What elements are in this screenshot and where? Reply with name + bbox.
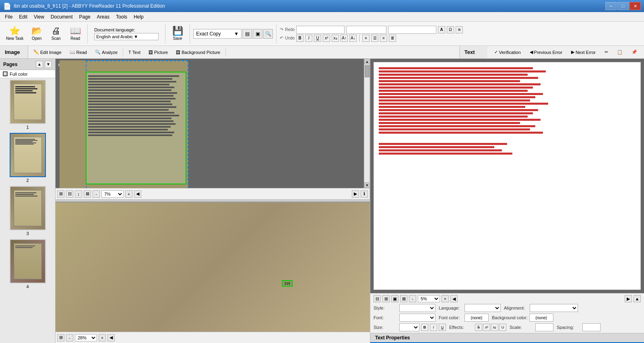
text-superscript-btn[interactable]: x² xyxy=(323,35,330,42)
zoom-in-btn[interactable]: + xyxy=(125,190,132,198)
scroll-thumb[interactable] xyxy=(365,65,369,77)
image-scroll-area[interactable]: ⊕ ■ xyxy=(56,59,369,188)
alignment-dropdown[interactable] xyxy=(530,304,578,312)
text-view-btn2[interactable]: ▣ xyxy=(391,295,398,302)
info-btn[interactable]: ℹ xyxy=(361,190,368,198)
underline-btn[interactable]: U xyxy=(439,324,446,331)
view-icon-2[interactable]: ▣ xyxy=(253,29,262,39)
underline2-btn[interactable]: U xyxy=(499,324,506,331)
read-tab[interactable]: 📖 Read xyxy=(66,47,91,58)
copy-button[interactable]: 📋 xyxy=(613,48,626,57)
subscript-btn[interactable]: x₂ xyxy=(491,324,498,331)
font-bold-btn[interactable]: A xyxy=(438,26,445,33)
new-task-button[interactable]: ⭐ New Task xyxy=(3,23,26,44)
align-right-btn[interactable]: ≡ xyxy=(380,35,387,42)
text-zoom-in-btn[interactable]: + xyxy=(442,295,449,302)
page-thumb-4[interactable]: 4 xyxy=(2,239,54,289)
bold-btn[interactable]: B xyxy=(421,324,428,331)
text-zoom-select[interactable]: 5% 25% 50% 100% xyxy=(418,295,440,302)
align-center-btn[interactable]: ☰ xyxy=(371,35,378,42)
fit-height-btn[interactable]: ↕ xyxy=(75,190,82,198)
page-thumb-1[interactable]: 1 xyxy=(2,80,54,130)
scan-button[interactable]: 🖨 Scan xyxy=(47,23,65,44)
color-select-row[interactable]: 🔲 Full color xyxy=(0,70,55,78)
menu-item-page[interactable]: Page xyxy=(76,13,94,21)
bottom-zoom-in-btn[interactable]: + xyxy=(99,334,106,341)
size-dropdown[interactable] xyxy=(399,323,419,331)
text-smaller-btn[interactable]: A↓ xyxy=(349,35,357,42)
language-dropdown[interactable] xyxy=(464,304,501,312)
zoom-out-btn[interactable]: - xyxy=(93,190,100,198)
paste-button[interactable]: 📌 xyxy=(628,48,641,57)
font-dropdown[interactable] xyxy=(399,314,436,322)
menu-item-areas[interactable]: Areas xyxy=(94,13,113,21)
page-thumb-3[interactable]: 3 xyxy=(2,186,54,236)
bottom-zoom-out-btn[interactable]: - xyxy=(66,334,73,341)
font-color-swatch[interactable]: (none) xyxy=(464,314,489,322)
style-dropdown[interactable] xyxy=(399,304,436,312)
next-error-button[interactable]: ▶ Next Error xyxy=(568,48,599,57)
redo-dropdown3[interactable] xyxy=(388,26,436,34)
verification-button[interactable]: ✓ Verification xyxy=(491,48,524,57)
pages-nav-up[interactable]: ▲ xyxy=(36,61,43,68)
image-scrollbar-right[interactable]: ▲ ▼ xyxy=(364,59,369,188)
text-view-btn3[interactable]: ⊠ xyxy=(400,295,407,302)
text-bigger-btn[interactable]: A↑ xyxy=(341,35,348,42)
picture-tab[interactable]: 🖼 Picture xyxy=(145,47,171,58)
redo-dropdown2[interactable] xyxy=(346,26,386,34)
scroll-right-btn[interactable]: ▶ xyxy=(352,190,359,198)
text-tab[interactable]: T Text xyxy=(125,47,144,58)
exact-copy-dropdown[interactable]: Exact Copy ▼ xyxy=(193,29,242,39)
minimize-button[interactable]: ─ xyxy=(605,2,617,10)
prev-error-button[interactable]: ◀ Previous Error xyxy=(526,48,566,57)
close-button[interactable]: ✕ xyxy=(630,2,641,10)
italic-btn[interactable]: I xyxy=(430,324,437,331)
font-omega-btn[interactable]: Ω xyxy=(447,26,454,33)
open-button[interactable]: 📂 Open xyxy=(28,23,45,44)
maximize-button[interactable]: □ xyxy=(617,2,629,10)
bottom-zoom-select[interactable]: 28% 50% 100% xyxy=(75,334,97,341)
menu-item-file[interactable]: File xyxy=(2,13,16,21)
read-button[interactable]: 📖 Read xyxy=(66,23,84,44)
bottom-scroll-left-btn[interactable]: ◀ xyxy=(107,334,115,341)
align-justify-btn[interactable]: ≣ xyxy=(389,35,396,42)
doc-lang-dropdown[interactable]: English and Arabic ▼ xyxy=(94,33,159,40)
save-button[interactable]: 💾 Save xyxy=(169,23,186,44)
fit-split-btn[interactable]: ⊠ xyxy=(84,190,91,198)
analyze-tab[interactable]: 🔍 Analyze xyxy=(91,47,121,58)
view-icon-1[interactable]: ▤ xyxy=(242,29,252,39)
fit-page-btn[interactable]: ⊞ xyxy=(57,190,64,198)
edit-image-tab[interactable]: ✏️ Edit Image xyxy=(30,47,65,58)
text-underline-btn[interactable]: U xyxy=(314,35,321,42)
text-view-btn1[interactable]: ⊞ xyxy=(382,295,390,302)
scroll-left-btn[interactable]: ◀ xyxy=(134,190,141,198)
text-zoom-out-btn[interactable]: - xyxy=(409,295,416,302)
menu-item-help[interactable]: Help xyxy=(130,13,147,21)
menu-item-edit[interactable]: Edit xyxy=(16,13,31,21)
pages-nav-down[interactable]: ▼ xyxy=(45,61,52,68)
menu-item-tools[interactable]: Tools xyxy=(113,13,130,21)
align-left-btn[interactable]: ≡ xyxy=(362,35,369,42)
zoom-select[interactable]: 7% 14% 25% 50% 100% xyxy=(101,190,124,198)
text-subscript-btn[interactable]: x₂ xyxy=(332,35,339,42)
spacing-input[interactable] xyxy=(582,323,601,331)
text-scroll-left-btn[interactable]: ◀ xyxy=(450,295,458,302)
menu-item-view[interactable]: View xyxy=(31,13,47,21)
strikethrough-btn[interactable]: S̶ xyxy=(475,324,482,331)
menu-item-document[interactable]: Document xyxy=(47,13,76,21)
text-properties-tab[interactable]: Text Properties xyxy=(370,333,644,343)
scale-input[interactable] xyxy=(535,323,553,331)
superscript-btn[interactable]: x² xyxy=(483,324,490,331)
text-expand-btn[interactable]: ▲ xyxy=(634,295,641,302)
text-scroll-right-btn[interactable]: ▶ xyxy=(625,295,632,302)
view-icon-3[interactable]: 🔍 xyxy=(263,29,273,39)
font-special-btn[interactable]: ≋ xyxy=(456,26,463,33)
redo-dropdown[interactable] xyxy=(296,26,345,34)
bg-color-swatch[interactable]: (none) xyxy=(529,314,553,322)
cut-button[interactable]: ✂ xyxy=(601,48,612,57)
text-italic-btn[interactable]: I xyxy=(305,35,312,42)
scroll-down-btn[interactable]: ▼ xyxy=(364,182,369,188)
text-fit-btn[interactable]: ⊟ xyxy=(374,295,381,302)
bg-picture-tab[interactable]: 🖼 Background Picture xyxy=(172,47,224,58)
scroll-up-btn[interactable]: ▲ xyxy=(364,59,369,64)
